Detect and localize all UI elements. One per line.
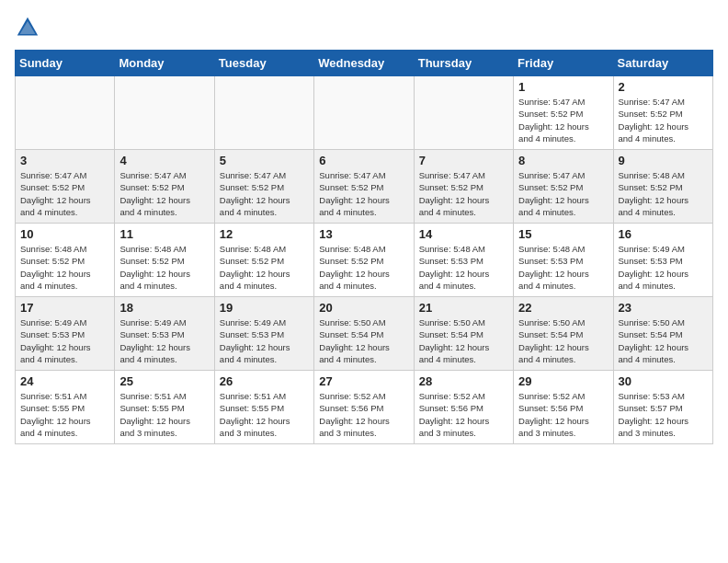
calendar-day: 13Sunrise: 5:48 AM Sunset: 5:52 PM Dayli…: [314, 224, 414, 297]
day-number: 4: [119, 154, 209, 167]
day-info: Sunrise: 5:52 AM Sunset: 5:56 PM Dayligh…: [419, 390, 508, 439]
day-number: 1: [518, 80, 608, 94]
calendar-day: 24Sunrise: 5:51 AM Sunset: 5:55 PM Dayli…: [16, 371, 115, 444]
day-info: Sunrise: 5:48 AM Sunset: 5:52 PM Dayligh…: [619, 169, 708, 218]
day-header-sunday: Sunday: [16, 51, 115, 76]
day-info: Sunrise: 5:48 AM Sunset: 5:52 PM Dayligh…: [20, 243, 109, 292]
calendar-week-2: 3Sunrise: 5:47 AM Sunset: 5:52 PM Daylig…: [16, 150, 713, 224]
day-info: Sunrise: 5:49 AM Sunset: 5:53 PM Dayligh…: [119, 316, 209, 365]
calendar-day: 19Sunrise: 5:49 AM Sunset: 5:53 PM Dayli…: [214, 297, 313, 371]
logo: [15, 15, 44, 40]
day-number: 11: [119, 227, 209, 241]
calendar-day: 2Sunrise: 5:47 AM Sunset: 5:52 PM Daylig…: [613, 76, 712, 150]
day-number: 21: [419, 301, 508, 315]
calendar-day: 28Sunrise: 5:52 AM Sunset: 5:56 PM Dayli…: [414, 371, 513, 444]
calendar-day: 4Sunrise: 5:47 AM Sunset: 5:52 PM Daylig…: [115, 150, 214, 224]
calendar-day: 22Sunrise: 5:50 AM Sunset: 5:54 PM Dayli…: [514, 297, 613, 371]
day-number: 30: [619, 374, 708, 388]
calendar-header: SundayMondayTuesdayWednesdayThursdayFrid…: [16, 51, 713, 76]
day-number: 7: [419, 154, 508, 167]
calendar-day: 27Sunrise: 5:52 AM Sunset: 5:56 PM Dayli…: [314, 371, 414, 444]
calendar-day: 21Sunrise: 5:50 AM Sunset: 5:54 PM Dayli…: [414, 297, 513, 371]
day-number: 28: [419, 374, 508, 388]
logo-icon: [15, 15, 40, 40]
day-number: 26: [220, 374, 309, 388]
day-number: 6: [319, 154, 408, 167]
day-info: Sunrise: 5:50 AM Sunset: 5:54 PM Dayligh…: [319, 316, 408, 365]
day-info: Sunrise: 5:48 AM Sunset: 5:52 PM Dayligh…: [119, 243, 209, 292]
day-number: 2: [619, 80, 708, 94]
day-number: 3: [20, 154, 109, 167]
day-number: 18: [119, 301, 209, 315]
day-header-wednesday: Wednesday: [314, 51, 414, 76]
calendar-day: 1Sunrise: 5:47 AM Sunset: 5:52 PM Daylig…: [514, 76, 613, 150]
calendar-day: 9Sunrise: 5:48 AM Sunset: 5:52 PM Daylig…: [613, 150, 712, 224]
calendar-day: 25Sunrise: 5:51 AM Sunset: 5:55 PM Dayli…: [115, 371, 214, 444]
day-info: Sunrise: 5:50 AM Sunset: 5:54 PM Dayligh…: [619, 316, 708, 365]
day-number: 27: [319, 374, 408, 388]
calendar-day: 18Sunrise: 5:49 AM Sunset: 5:53 PM Dayli…: [115, 297, 214, 371]
day-info: Sunrise: 5:49 AM Sunset: 5:53 PM Dayligh…: [220, 316, 309, 365]
calendar-day: [314, 76, 414, 150]
day-info: Sunrise: 5:49 AM Sunset: 5:53 PM Dayligh…: [619, 243, 708, 292]
day-header-monday: Monday: [115, 51, 214, 76]
calendar-day: 20Sunrise: 5:50 AM Sunset: 5:54 PM Dayli…: [314, 297, 414, 371]
day-number: 17: [20, 301, 109, 315]
day-number: 24: [20, 374, 109, 388]
day-number: 15: [518, 227, 608, 241]
day-info: Sunrise: 5:47 AM Sunset: 5:52 PM Dayligh…: [619, 96, 708, 144]
day-number: 16: [619, 227, 708, 241]
calendar-day: [414, 76, 513, 150]
calendar-day: 7Sunrise: 5:47 AM Sunset: 5:52 PM Daylig…: [414, 150, 513, 224]
day-info: Sunrise: 5:48 AM Sunset: 5:53 PM Dayligh…: [419, 243, 508, 292]
calendar-day: 10Sunrise: 5:48 AM Sunset: 5:52 PM Dayli…: [16, 224, 115, 297]
calendar-day: [16, 76, 115, 150]
day-info: Sunrise: 5:47 AM Sunset: 5:52 PM Dayligh…: [20, 169, 109, 218]
calendar-week-3: 10Sunrise: 5:48 AM Sunset: 5:52 PM Dayli…: [16, 224, 713, 297]
calendar-week-4: 17Sunrise: 5:49 AM Sunset: 5:53 PM Dayli…: [16, 297, 713, 371]
calendar-day: 6Sunrise: 5:47 AM Sunset: 5:52 PM Daylig…: [314, 150, 414, 224]
day-info: Sunrise: 5:47 AM Sunset: 5:52 PM Dayligh…: [419, 169, 508, 218]
day-header-saturday: Saturday: [613, 51, 712, 76]
calendar-day: 30Sunrise: 5:53 AM Sunset: 5:57 PM Dayli…: [613, 371, 712, 444]
day-number: 19: [220, 301, 309, 315]
day-number: 25: [119, 374, 209, 388]
calendar-day: 11Sunrise: 5:48 AM Sunset: 5:52 PM Dayli…: [115, 224, 214, 297]
day-number: 8: [518, 154, 608, 167]
calendar-day: 5Sunrise: 5:47 AM Sunset: 5:52 PM Daylig…: [214, 150, 313, 224]
calendar-day: 29Sunrise: 5:52 AM Sunset: 5:56 PM Dayli…: [514, 371, 613, 444]
calendar-day: 16Sunrise: 5:49 AM Sunset: 5:53 PM Dayli…: [613, 224, 712, 297]
day-info: Sunrise: 5:52 AM Sunset: 5:56 PM Dayligh…: [518, 390, 608, 439]
day-info: Sunrise: 5:47 AM Sunset: 5:52 PM Dayligh…: [319, 169, 408, 218]
calendar-day: 17Sunrise: 5:49 AM Sunset: 5:53 PM Dayli…: [16, 297, 115, 371]
calendar-day: 15Sunrise: 5:48 AM Sunset: 5:53 PM Dayli…: [514, 224, 613, 297]
day-info: Sunrise: 5:47 AM Sunset: 5:52 PM Dayligh…: [518, 96, 608, 144]
day-number: 14: [419, 227, 508, 241]
day-info: Sunrise: 5:51 AM Sunset: 5:55 PM Dayligh…: [220, 390, 309, 439]
day-number: 23: [619, 301, 708, 315]
day-number: 10: [20, 227, 109, 241]
day-number: 5: [220, 154, 309, 167]
day-header-tuesday: Tuesday: [214, 51, 313, 76]
day-info: Sunrise: 5:53 AM Sunset: 5:57 PM Dayligh…: [619, 390, 708, 439]
calendar-day: [115, 76, 214, 150]
day-info: Sunrise: 5:51 AM Sunset: 5:55 PM Dayligh…: [119, 390, 209, 439]
page-header: [15, 15, 713, 40]
day-number: 20: [319, 301, 408, 315]
day-info: Sunrise: 5:52 AM Sunset: 5:56 PM Dayligh…: [319, 390, 408, 439]
day-info: Sunrise: 5:51 AM Sunset: 5:55 PM Dayligh…: [20, 390, 109, 439]
day-info: Sunrise: 5:48 AM Sunset: 5:52 PM Dayligh…: [319, 243, 408, 292]
day-number: 13: [319, 227, 408, 241]
calendar-day: [214, 76, 313, 150]
calendar-day: 12Sunrise: 5:48 AM Sunset: 5:52 PM Dayli…: [214, 224, 313, 297]
day-info: Sunrise: 5:49 AM Sunset: 5:53 PM Dayligh…: [20, 316, 109, 365]
calendar-day: 26Sunrise: 5:51 AM Sunset: 5:55 PM Dayli…: [214, 371, 313, 444]
day-info: Sunrise: 5:47 AM Sunset: 5:52 PM Dayligh…: [220, 169, 309, 218]
day-number: 12: [220, 227, 309, 241]
calendar-table: SundayMondayTuesdayWednesdayThursdayFrid…: [15, 50, 713, 444]
calendar-week-1: 1Sunrise: 5:47 AM Sunset: 5:52 PM Daylig…: [16, 76, 713, 150]
day-info: Sunrise: 5:48 AM Sunset: 5:52 PM Dayligh…: [220, 243, 309, 292]
calendar-day: 8Sunrise: 5:47 AM Sunset: 5:52 PM Daylig…: [514, 150, 613, 224]
day-info: Sunrise: 5:48 AM Sunset: 5:53 PM Dayligh…: [518, 243, 608, 292]
day-number: 22: [518, 301, 608, 315]
